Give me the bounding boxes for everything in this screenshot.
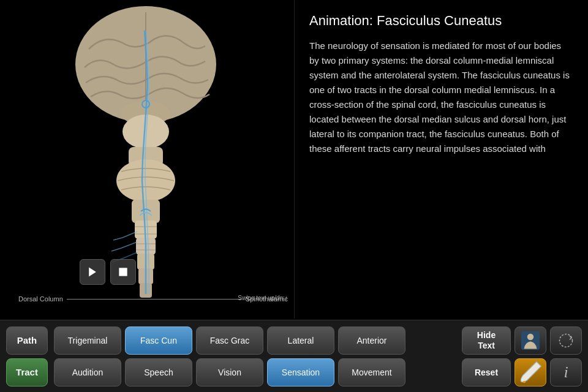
svg-marker-18 (89, 268, 96, 277)
tract-btn-speech[interactable]: Speech (125, 358, 192, 386)
svg-point-21 (527, 333, 534, 340)
bottom-toolbar: Path Tract TrigeminalFasc CunFasc GracLa… (0, 320, 588, 392)
animation-title: Animation: Fasciculus Cuneatus (309, 12, 573, 30)
tract-btn-fasc-cun[interactable]: Fasc Cun (125, 326, 192, 355)
tract-btn-fasc-grac[interactable]: Fasc Grac (196, 326, 263, 355)
tract-btn-lateral[interactable]: Lateral (267, 326, 334, 355)
hide-text-button[interactable]: Hide Text (462, 326, 511, 355)
tract-button[interactable]: Tract (6, 358, 48, 386)
stop-button[interactable] (110, 259, 136, 285)
svg-rect-7 (132, 200, 160, 223)
play-button[interactable] (80, 259, 105, 285)
brush-button[interactable] (514, 358, 546, 386)
info-button[interactable]: i (550, 358, 582, 386)
play-controls (80, 259, 136, 285)
right-controls-row-1: Hide Text (462, 326, 582, 355)
tract-btn-sensation[interactable]: Sensation (267, 358, 334, 386)
illustration-panel: Dorsal Column Spinothalamic Swipe text u… (0, 0, 294, 318)
tracts-row-1: TrigeminalFasc CunFasc GracLateralAnteri… (54, 326, 405, 355)
person-icon-button[interactable] (514, 326, 546, 355)
dorsal-column-label: Dorsal Column (18, 295, 63, 303)
rotate-icon-button[interactable] (550, 326, 582, 355)
main-area: Dorsal Column Spinothalamic Swipe text u… (0, 0, 588, 318)
tracts-grid: TrigeminalFasc CunFasc GracLateralAnteri… (54, 326, 405, 386)
svg-point-22 (560, 334, 573, 347)
animation-body: The neurology of sensation is mediated f… (309, 39, 573, 156)
path-button[interactable]: Path (6, 326, 48, 355)
tract-btn-trigeminal[interactable]: Trigeminal (54, 326, 121, 355)
tract-btn-movement[interactable]: Movement (338, 358, 405, 386)
tract-btn-audition[interactable]: Audition (54, 358, 121, 386)
tract-btn-vision[interactable]: Vision (196, 358, 263, 386)
right-controls-row-2: Reset i (462, 358, 582, 386)
text-panel[interactable]: Animation: Fasciculus Cuneatus The neuro… (294, 0, 588, 318)
svg-rect-19 (119, 268, 127, 276)
right-controls: Hide Text Reset (462, 326, 582, 386)
tract-btn-anterior[interactable]: Anterior (338, 326, 405, 355)
reset-button[interactable]: Reset (462, 358, 511, 386)
tracts-row-2: AuditionSpeechVisionSensationMovement (54, 358, 405, 386)
path-tract-group: Path Tract (6, 326, 48, 386)
swipe-hint: Swipe text up/dn ↕ (238, 292, 288, 303)
